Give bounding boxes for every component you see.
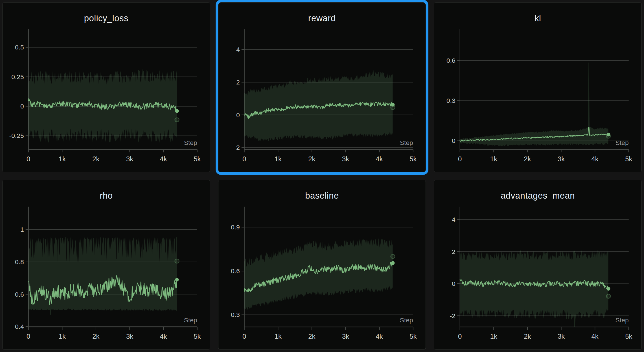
svg-text:2k: 2k — [308, 155, 315, 163]
svg-text:4k: 4k — [592, 155, 599, 163]
svg-text:3k: 3k — [126, 333, 133, 340]
chart-canvas: 420-201k2k3k4k5kStep — [218, 3, 426, 172]
svg-text:1k: 1k — [274, 333, 281, 340]
svg-text:2k: 2k — [92, 155, 99, 163]
svg-text:3k: 3k — [558, 333, 565, 340]
svg-text:5k: 5k — [625, 333, 632, 340]
svg-text:4: 4 — [236, 46, 240, 53]
svg-text:5k: 5k — [409, 333, 417, 340]
svg-text:0.9: 0.9 — [231, 223, 240, 231]
svg-text:5k: 5k — [625, 155, 632, 163]
svg-text:0: 0 — [242, 333, 246, 340]
svg-text:-0.25: -0.25 — [9, 132, 24, 139]
svg-text:2k: 2k — [92, 333, 99, 340]
svg-text:1: 1 — [20, 226, 24, 233]
svg-text:2k: 2k — [308, 333, 315, 340]
svg-text:4k: 4k — [376, 155, 383, 163]
svg-text:5k: 5k — [194, 333, 201, 340]
svg-text:Step: Step — [615, 316, 629, 324]
chart-canvas: 0.50.250-0.2501k2k3k4k5kStep — [3, 3, 210, 172]
svg-text:-2: -2 — [234, 144, 240, 151]
svg-text:0.6: 0.6 — [15, 291, 24, 298]
svg-text:3k: 3k — [558, 155, 565, 163]
svg-text:3k: 3k — [126, 155, 133, 163]
svg-text:0: 0 — [458, 155, 462, 163]
svg-text:3k: 3k — [342, 333, 349, 340]
svg-text:0: 0 — [236, 111, 240, 119]
chart-panel-baseline[interactable]: baseline 0.90.60.301k2k3k4k5kStep — [218, 180, 426, 350]
svg-text:2k: 2k — [524, 333, 531, 340]
dashboard-grid: policy_loss 0.50.250-0.2501k2k3k4k5kStep… — [0, 0, 644, 352]
svg-text:0.4: 0.4 — [15, 323, 24, 330]
svg-text:-2: -2 — [450, 312, 455, 320]
chart-canvas: 10.80.60.401k2k3k4k5kStep — [3, 180, 210, 349]
chart-panel-rho[interactable]: rho 10.80.60.401k2k3k4k5kStep — [2, 180, 210, 350]
svg-text:2: 2 — [236, 79, 240, 86]
svg-text:5k: 5k — [194, 155, 201, 163]
svg-text:0: 0 — [242, 155, 246, 163]
svg-text:4: 4 — [452, 216, 455, 223]
svg-text:2k: 2k — [524, 155, 531, 163]
chart-canvas: 420-201k2k3k4k5kStep — [434, 180, 641, 349]
svg-text:4k: 4k — [376, 333, 383, 340]
svg-text:Step: Step — [184, 139, 197, 146]
svg-text:0.8: 0.8 — [15, 258, 24, 266]
svg-text:1k: 1k — [59, 155, 66, 163]
svg-text:4k: 4k — [592, 333, 599, 340]
svg-text:0: 0 — [452, 137, 455, 144]
svg-text:3k: 3k — [342, 155, 349, 163]
chart-panel-kl[interactable]: kl 0.60.3001k2k3k4k5kStep — [434, 2, 642, 172]
svg-text:1k: 1k — [490, 155, 497, 163]
svg-text:1k: 1k — [490, 333, 497, 340]
svg-text:0: 0 — [452, 280, 455, 287]
svg-text:2: 2 — [452, 248, 455, 255]
svg-text:1k: 1k — [59, 333, 66, 340]
svg-text:0: 0 — [27, 333, 30, 340]
svg-text:5k: 5k — [409, 155, 417, 163]
svg-text:Step: Step — [400, 316, 413, 324]
svg-text:Step: Step — [184, 316, 197, 324]
chart-panel-policy-loss[interactable]: policy_loss 0.50.250-0.2501k2k3k4k5kStep — [2, 2, 210, 172]
chart-panel-reward[interactable]: reward 420-201k2k3k4k5kStep — [218, 2, 426, 172]
svg-text:0.6: 0.6 — [446, 57, 455, 64]
svg-text:0.25: 0.25 — [11, 73, 24, 81]
svg-text:0.3: 0.3 — [231, 311, 240, 318]
svg-text:4k: 4k — [160, 155, 167, 163]
chart-canvas: 0.60.3001k2k3k4k5kStep — [434, 3, 641, 172]
svg-text:Step: Step — [615, 139, 629, 146]
svg-text:1k: 1k — [274, 155, 281, 163]
svg-text:0.3: 0.3 — [446, 97, 455, 104]
svg-text:0: 0 — [20, 103, 24, 110]
svg-text:0.5: 0.5 — [15, 44, 24, 51]
svg-text:0: 0 — [458, 333, 462, 340]
svg-text:Step: Step — [400, 139, 413, 146]
svg-text:0: 0 — [27, 155, 30, 163]
svg-text:4k: 4k — [160, 333, 167, 340]
svg-text:0.6: 0.6 — [231, 267, 240, 275]
chart-canvas: 0.90.60.301k2k3k4k5kStep — [218, 180, 426, 349]
chart-panel-advantages-mean[interactable]: advantages_mean 420-201k2k3k4k5kStep — [434, 180, 642, 350]
